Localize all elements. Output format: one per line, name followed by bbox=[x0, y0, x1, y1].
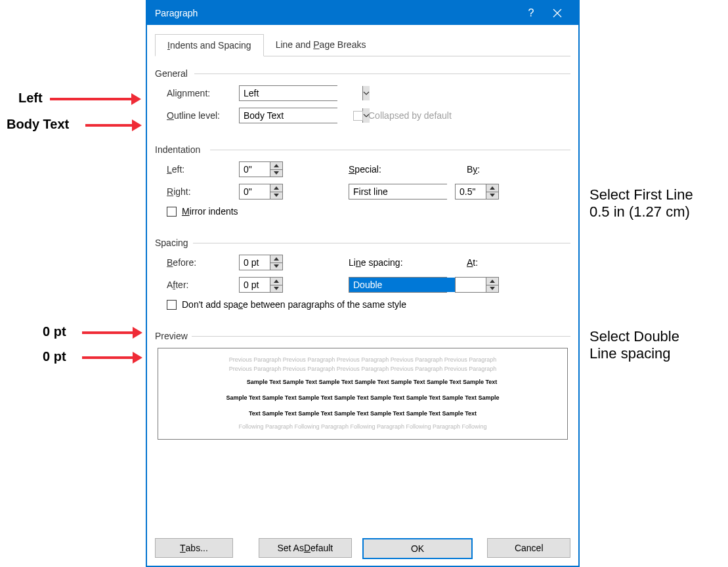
preview-sample3: Text Sample Text Sample Text Sample Text… bbox=[170, 410, 555, 417]
after-label: After: bbox=[167, 280, 239, 290]
outline-value[interactable] bbox=[240, 108, 362, 123]
indent-right-value[interactable] bbox=[240, 184, 270, 199]
preview-box: Previous Paragraph Previous Paragraph Pr… bbox=[158, 348, 568, 440]
indent-left-value[interactable] bbox=[240, 162, 270, 177]
spinner-up-icon[interactable] bbox=[270, 162, 282, 170]
svg-marker-13 bbox=[490, 287, 495, 290]
svg-marker-3 bbox=[274, 171, 279, 175]
at-value[interactable] bbox=[456, 278, 486, 292]
preview-sample2: Sample Text Sample Text Sample Text Samp… bbox=[170, 394, 555, 401]
linespacing-value[interactable] bbox=[349, 278, 472, 292]
collapsed-checkbox bbox=[353, 111, 363, 121]
svg-marker-4 bbox=[274, 186, 279, 190]
svg-marker-12 bbox=[490, 280, 495, 283]
collapsed-label: Collapsed by default bbox=[368, 110, 452, 121]
special-value[interactable] bbox=[349, 184, 472, 199]
paragraph-dialog: Paragraph ? Indents and Spacing Line and… bbox=[146, 0, 580, 567]
svg-marker-2 bbox=[274, 164, 279, 167]
indentation-heading: Indentation bbox=[155, 144, 570, 155]
alignment-combo[interactable] bbox=[239, 85, 337, 101]
tab-strip: Indents and Spacing Line and Page Breaks bbox=[155, 34, 570, 56]
before-spinner[interactable] bbox=[239, 255, 283, 270]
indent-left-spinner[interactable] bbox=[239, 161, 283, 177]
preview-prev-para: Previous Paragraph Previous Paragraph Pr… bbox=[170, 356, 555, 363]
annot-left-label: Left bbox=[18, 91, 43, 106]
cancel-button[interactable]: Cancel bbox=[487, 538, 570, 558]
at-spinner[interactable] bbox=[455, 277, 499, 293]
general-heading: General bbox=[155, 68, 570, 79]
ok-button[interactable]: OK bbox=[362, 538, 473, 559]
before-value[interactable] bbox=[240, 255, 270, 270]
special-combo[interactable] bbox=[349, 184, 447, 200]
annot-double: Select Double Line spacing bbox=[589, 328, 679, 362]
button-row: Tabs... Set As Default OK Cancel bbox=[155, 530, 570, 559]
alignment-label: Alignment: bbox=[167, 88, 239, 98]
svg-marker-7 bbox=[490, 194, 495, 197]
svg-marker-9 bbox=[274, 264, 279, 268]
tab-line-page-breaks[interactable]: Line and Page Breaks bbox=[264, 34, 378, 56]
spinner-down-icon[interactable] bbox=[486, 285, 498, 293]
indent-left-label: Left: bbox=[167, 164, 239, 175]
spinner-up-icon[interactable] bbox=[270, 278, 282, 285]
tab-indents-spacing[interactable]: Indents and Spacing bbox=[155, 34, 264, 56]
svg-marker-11 bbox=[274, 287, 279, 290]
by-spinner[interactable] bbox=[455, 184, 499, 200]
spinner-down-icon[interactable] bbox=[270, 263, 282, 270]
linespacing-combo[interactable] bbox=[349, 277, 447, 293]
annot-before-label: 0 pt bbox=[43, 324, 66, 339]
help-button[interactable]: ? bbox=[518, 7, 544, 19]
annot-firstline: Select First Line 0.5 in (1.27 cm) bbox=[589, 186, 693, 220]
dontadd-checkbox[interactable] bbox=[167, 300, 177, 310]
svg-marker-5 bbox=[274, 194, 279, 197]
dontadd-label: Don't add space between paragraphs of th… bbox=[182, 299, 406, 310]
preview-heading: Preview bbox=[155, 331, 570, 341]
spinner-up-icon[interactable] bbox=[486, 184, 498, 192]
special-label: Special: bbox=[349, 164, 447, 175]
dialog-title: Paragraph bbox=[155, 8, 518, 18]
mirror-checkbox[interactable] bbox=[167, 207, 177, 217]
indent-right-spinner[interactable] bbox=[239, 184, 283, 200]
linespacing-label: Line spacing: bbox=[349, 257, 447, 268]
annot-bodytext-label: Body Text bbox=[7, 117, 69, 132]
svg-marker-6 bbox=[490, 186, 495, 190]
spinner-down-icon[interactable] bbox=[486, 192, 498, 200]
outline-label: Outline level: bbox=[167, 110, 239, 121]
chevron-down-icon[interactable] bbox=[362, 86, 370, 100]
spinner-down-icon[interactable] bbox=[270, 170, 282, 177]
svg-marker-10 bbox=[274, 280, 279, 283]
preview-prev-para2: Previous Paragraph Previous Paragraph Pr… bbox=[170, 366, 555, 372]
alignment-value[interactable] bbox=[240, 86, 362, 100]
by-label: By: bbox=[467, 164, 480, 175]
preview-sample1: Sample Text Sample Text Sample Text Samp… bbox=[170, 379, 555, 385]
before-label: Before: bbox=[167, 257, 239, 268]
close-button[interactable] bbox=[544, 9, 570, 18]
spacing-heading: Spacing bbox=[155, 238, 570, 248]
at-label: At: bbox=[467, 257, 478, 268]
spinner-up-icon[interactable] bbox=[270, 255, 282, 263]
svg-marker-8 bbox=[274, 257, 279, 261]
preview-following: Following Paragraph Following Paragraph … bbox=[170, 423, 555, 430]
annot-after-label: 0 pt bbox=[43, 349, 66, 364]
titlebar: Paragraph ? bbox=[147, 1, 578, 25]
by-value[interactable] bbox=[456, 184, 486, 199]
spinner-down-icon[interactable] bbox=[270, 192, 282, 200]
mirror-label: Mirror indents bbox=[182, 206, 238, 217]
spinner-up-icon[interactable] bbox=[486, 278, 498, 285]
set-default-button[interactable]: Set As Default bbox=[259, 538, 352, 558]
indent-right-label: Right: bbox=[167, 186, 239, 197]
after-spinner[interactable] bbox=[239, 277, 283, 293]
tabs-button[interactable]: Tabs... bbox=[155, 538, 233, 558]
outline-combo[interactable] bbox=[239, 108, 337, 123]
after-value[interactable] bbox=[240, 278, 270, 292]
spinner-down-icon[interactable] bbox=[270, 285, 282, 293]
spinner-up-icon[interactable] bbox=[270, 184, 282, 192]
